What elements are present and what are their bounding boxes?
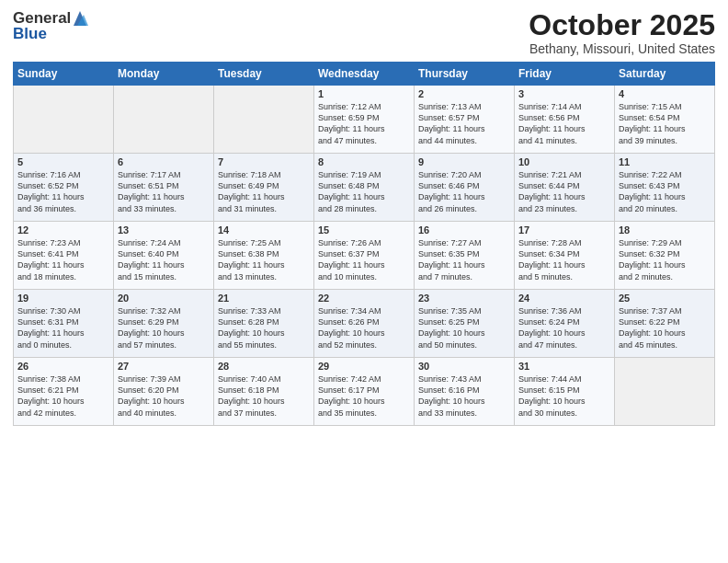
table-row: 25Sunrise: 7:37 AMSunset: 6:22 PMDayligh… (615, 290, 715, 358)
day-number: 10 (518, 156, 610, 167)
day-info: Sunrise: 7:28 AMSunset: 6:34 PMDaylight:… (518, 237, 610, 282)
table-row: 13Sunrise: 7:24 AMSunset: 6:40 PMDayligh… (114, 222, 214, 290)
day-number: 21 (218, 293, 310, 304)
day-number: 9 (418, 156, 510, 167)
table-row: 12Sunrise: 7:23 AMSunset: 6:41 PMDayligh… (14, 222, 114, 290)
table-row: 23Sunrise: 7:35 AMSunset: 6:25 PMDayligh… (415, 290, 515, 358)
day-number: 1 (318, 88, 410, 99)
day-number: 23 (418, 293, 510, 304)
day-info: Sunrise: 7:32 AMSunset: 6:29 PMDaylight:… (118, 305, 210, 350)
day-info: Sunrise: 7:16 AMSunset: 6:52 PMDaylight:… (17, 169, 109, 214)
day-info: Sunrise: 7:23 AMSunset: 6:41 PMDaylight:… (17, 237, 109, 282)
table-row: 8Sunrise: 7:19 AMSunset: 6:48 PMDaylight… (314, 154, 415, 222)
header: General Blue October 2025 Bethany, Misso… (13, 9, 715, 56)
day-number: 4 (619, 88, 711, 99)
col-wednesday: Wednesday (314, 63, 415, 86)
col-sunday: Sunday (14, 63, 114, 86)
table-row: 16Sunrise: 7:27 AMSunset: 6:35 PMDayligh… (415, 222, 515, 290)
table-row: 19Sunrise: 7:30 AMSunset: 6:31 PMDayligh… (14, 290, 114, 358)
day-number: 29 (318, 361, 410, 372)
day-number: 27 (118, 361, 210, 372)
col-monday: Monday (114, 63, 214, 86)
day-info: Sunrise: 7:42 AMSunset: 6:17 PMDaylight:… (318, 373, 410, 419)
day-number: 7 (218, 156, 310, 167)
day-info: Sunrise: 7:26 AMSunset: 6:37 PMDaylight:… (318, 237, 410, 282)
day-number: 14 (218, 224, 310, 236)
day-info: Sunrise: 7:12 AMSunset: 6:59 PMDaylight:… (318, 101, 410, 146)
day-info: Sunrise: 7:39 AMSunset: 6:20 PMDaylight:… (118, 373, 210, 419)
day-number: 17 (518, 224, 610, 236)
day-number: 6 (118, 156, 210, 167)
table-row: 2Sunrise: 7:13 AMSunset: 6:57 PMDaylight… (415, 86, 515, 154)
logo-text: General Blue (13, 9, 89, 43)
week-row-1: 1Sunrise: 7:12 AMSunset: 6:59 PMDaylight… (14, 86, 715, 154)
day-number: 26 (17, 361, 109, 372)
day-info: Sunrise: 7:40 AMSunset: 6:18 PMDaylight:… (218, 373, 310, 419)
day-number: 11 (619, 156, 711, 167)
table-row: 22Sunrise: 7:34 AMSunset: 6:26 PMDayligh… (314, 290, 415, 358)
day-number: 5 (17, 156, 109, 167)
day-number: 12 (17, 224, 109, 236)
col-saturday: Saturday (615, 63, 715, 86)
table-row: 11Sunrise: 7:22 AMSunset: 6:43 PMDayligh… (615, 154, 715, 222)
day-info: Sunrise: 7:21 AMSunset: 6:44 PMDaylight:… (518, 169, 610, 214)
day-number: 19 (17, 293, 109, 304)
table-row: 27Sunrise: 7:39 AMSunset: 6:20 PMDayligh… (114, 358, 214, 426)
table-row: 20Sunrise: 7:32 AMSunset: 6:29 PMDayligh… (114, 290, 214, 358)
day-info: Sunrise: 7:44 AMSunset: 6:15 PMDaylight:… (518, 373, 610, 419)
table-row: 24Sunrise: 7:36 AMSunset: 6:24 PMDayligh… (515, 290, 615, 358)
day-info: Sunrise: 7:22 AMSunset: 6:43 PMDaylight:… (619, 169, 711, 214)
day-number: 22 (318, 293, 410, 304)
day-info: Sunrise: 7:20 AMSunset: 6:46 PMDaylight:… (418, 169, 510, 214)
day-info: Sunrise: 7:36 AMSunset: 6:24 PMDaylight:… (518, 305, 610, 350)
table-row: 10Sunrise: 7:21 AMSunset: 6:44 PMDayligh… (515, 154, 615, 222)
week-row-5: 26Sunrise: 7:38 AMSunset: 6:21 PMDayligh… (14, 358, 715, 426)
table-row: 17Sunrise: 7:28 AMSunset: 6:34 PMDayligh… (515, 222, 615, 290)
day-info: Sunrise: 7:15 AMSunset: 6:54 PMDaylight:… (619, 101, 711, 146)
logo-icon (72, 9, 88, 28)
table-row: 7Sunrise: 7:18 AMSunset: 6:49 PMDaylight… (214, 154, 314, 222)
day-info: Sunrise: 7:35 AMSunset: 6:25 PMDaylight:… (418, 305, 510, 350)
table-row (214, 86, 314, 154)
table-row: 29Sunrise: 7:42 AMSunset: 6:17 PMDayligh… (314, 358, 415, 426)
table-row: 28Sunrise: 7:40 AMSunset: 6:18 PMDayligh… (214, 358, 314, 426)
table-row: 9Sunrise: 7:20 AMSunset: 6:46 PMDaylight… (415, 154, 515, 222)
calendar-header-row: Sunday Monday Tuesday Wednesday Thursday… (14, 63, 715, 86)
table-row: 3Sunrise: 7:14 AMSunset: 6:56 PMDaylight… (515, 86, 615, 154)
table-row: 31Sunrise: 7:44 AMSunset: 6:15 PMDayligh… (515, 358, 615, 426)
day-info: Sunrise: 7:37 AMSunset: 6:22 PMDaylight:… (619, 305, 711, 350)
table-row (114, 86, 214, 154)
col-thursday: Thursday (415, 63, 515, 86)
day-info: Sunrise: 7:14 AMSunset: 6:56 PMDaylight:… (518, 101, 610, 146)
calendar: Sunday Monday Tuesday Wednesday Thursday… (13, 62, 715, 426)
week-row-2: 5Sunrise: 7:16 AMSunset: 6:52 PMDaylight… (14, 154, 715, 222)
table-row: 18Sunrise: 7:29 AMSunset: 6:32 PMDayligh… (615, 222, 715, 290)
day-info: Sunrise: 7:25 AMSunset: 6:38 PMDaylight:… (218, 237, 310, 282)
week-row-3: 12Sunrise: 7:23 AMSunset: 6:41 PMDayligh… (14, 222, 715, 290)
day-number: 28 (218, 361, 310, 372)
day-number: 3 (518, 88, 610, 99)
day-number: 13 (118, 224, 210, 236)
day-number: 31 (518, 361, 610, 372)
day-number: 20 (118, 293, 210, 304)
day-info: Sunrise: 7:33 AMSunset: 6:28 PMDaylight:… (218, 305, 310, 350)
day-info: Sunrise: 7:43 AMSunset: 6:16 PMDaylight:… (418, 373, 510, 419)
day-number: 24 (518, 293, 610, 304)
day-number: 2 (418, 88, 510, 99)
logo-blue: Blue (13, 25, 89, 43)
day-info: Sunrise: 7:13 AMSunset: 6:57 PMDaylight:… (418, 101, 510, 146)
day-number: 16 (418, 224, 510, 236)
day-number: 30 (418, 361, 510, 372)
table-row: 6Sunrise: 7:17 AMSunset: 6:51 PMDaylight… (114, 154, 214, 222)
week-row-4: 19Sunrise: 7:30 AMSunset: 6:31 PMDayligh… (14, 290, 715, 358)
day-info: Sunrise: 7:29 AMSunset: 6:32 PMDaylight:… (619, 237, 711, 282)
day-info: Sunrise: 7:30 AMSunset: 6:31 PMDaylight:… (17, 305, 109, 350)
table-row (615, 358, 715, 426)
table-row: 15Sunrise: 7:26 AMSunset: 6:37 PMDayligh… (314, 222, 415, 290)
page-container: General Blue October 2025 Bethany, Misso… (0, 0, 728, 433)
day-info: Sunrise: 7:27 AMSunset: 6:35 PMDaylight:… (418, 237, 510, 282)
table-row: 21Sunrise: 7:33 AMSunset: 6:28 PMDayligh… (214, 290, 314, 358)
logo: General Blue (13, 9, 89, 43)
table-row (14, 86, 114, 154)
title-block: October 2025 Bethany, Missouri, United S… (529, 9, 715, 56)
